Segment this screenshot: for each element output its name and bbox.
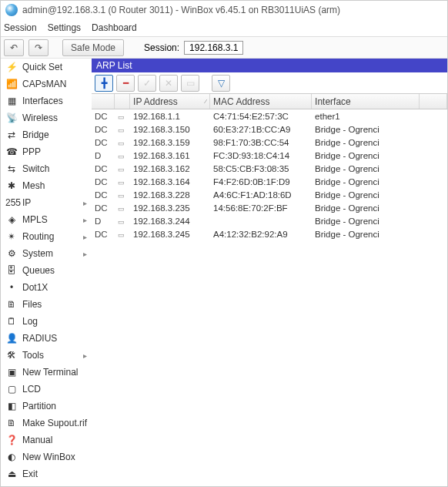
table-row[interactable]: DC192.168.3.23514:56:8E:70:2F:BFBridge -… [92, 201, 447, 214]
entry-icon [118, 190, 125, 200]
remove-button[interactable]: ━ [116, 75, 135, 92]
table-row[interactable]: D192.168.3.161FC:3D:93:18:C4:14Bridge - … [92, 149, 447, 162]
cell-flags: DC [92, 190, 115, 200]
sidebar-item-tools[interactable]: 🛠Tools [1, 347, 92, 364]
funnel-icon: ▽ [218, 78, 225, 89]
sidebar-item-label: Bridge [22, 129, 49, 140]
sidebar-item-routing[interactable]: ✴Routing [1, 228, 92, 245]
table-row[interactable]: DC192.168.3.15998:F1:70:3B:CC:54Bridge -… [92, 136, 447, 149]
cell-ip: 192.168.3.235 [130, 203, 210, 213]
window-titlebar: admin@192.168.3.1 (0 Router 3011) - WinB… [1, 1, 447, 19]
menu-settings[interactable]: Settings [48, 22, 81, 33]
cell-flags: D [92, 217, 115, 226]
cell-ip: 192.168.3.159 [130, 138, 210, 147]
col-interface[interactable]: Interface [312, 94, 420, 109]
sidebar-item-radius[interactable]: 👤RADIUS [1, 330, 92, 347]
sidebar-item-log[interactable]: 🗒Log [1, 313, 92, 330]
app-logo-icon [5, 4, 18, 16]
log-icon: 🗒 [5, 316, 18, 327]
disable-button[interactable]: ✕ [159, 75, 178, 92]
table-row[interactable]: DC192.168.3.15060:E3:27:1B:CC:A9Bridge -… [92, 123, 447, 136]
sidebar-item-switch[interactable]: ⇆Switch [1, 160, 92, 177]
sidebar-item-queues[interactable]: 🗄Queues [1, 262, 92, 279]
cell-flags: D [92, 151, 115, 160]
session-ip-field[interactable]: 192.168.3.1 [184, 41, 243, 55]
interfaces-icon: ▦ [5, 96, 18, 106]
cell-interface: ether1 [312, 112, 420, 121]
wireless-icon: 📡 [5, 113, 18, 123]
lcd-icon: ▢ [5, 384, 18, 395]
exit-icon: ⏏ [5, 469, 18, 479]
cell-flags: DC [92, 203, 115, 213]
bridge-icon: ⇄ [5, 129, 18, 140]
entry-icon [118, 163, 125, 174]
col-ip[interactable]: IP Address∕ [130, 94, 210, 109]
sidebar-item-label: Exit [22, 469, 38, 479]
sidebar-item-partition[interactable]: ◧Partition [1, 398, 92, 415]
cell-mac: F4:F2:6D:0B:1F:D9 [210, 177, 312, 186]
filter-button[interactable]: ▽ [212, 75, 230, 92]
cell-icon [115, 203, 130, 213]
menu-dashboard[interactable]: Dashboard [92, 22, 137, 33]
sidebar-item-mpls[interactable]: ◈MPLS [1, 211, 92, 228]
sidebar-item-wireless[interactable]: 📡Wireless [1, 109, 92, 126]
sidebar-item-label: RADIUS [22, 333, 57, 344]
sidebar-item-interfaces[interactable]: ▦Interfaces [1, 92, 92, 109]
partition-icon: ◧ [5, 401, 18, 411]
table-row[interactable]: DC192.168.3.228A4:6C:F1:AD:18:6DBridge -… [92, 188, 447, 201]
table-row[interactable]: DC192.168.3.245A4:12:32:B2:92:A9Bridge -… [92, 227, 447, 240]
undo-icon: ↶ [10, 42, 18, 53]
menu-session[interactable]: Session [4, 22, 37, 33]
col-icon[interactable] [115, 94, 130, 109]
comment-icon: ▭ [186, 78, 195, 89]
safe-mode-button[interactable]: Safe Mode [62, 39, 124, 56]
table-row[interactable]: DC192.168.3.164F4:F2:6D:0B:1F:D9Bridge -… [92, 175, 447, 188]
sidebar-item-mesh[interactable]: ✱Mesh [1, 177, 92, 194]
comment-button[interactable]: ▭ [181, 75, 199, 92]
sidebar-item-system[interactable]: ⚙System [1, 245, 92, 262]
session-label: Session: [144, 42, 179, 53]
add-button[interactable]: ╋ [95, 75, 113, 92]
col-mac[interactable]: MAC Address [210, 94, 312, 109]
sidebar-item-label: Quick Set [22, 62, 62, 72]
cell-ip: 192.168.3.164 [130, 177, 210, 186]
cell-interface: Bridge - Ogrenci [312, 125, 420, 134]
cell-ip: 192.168.3.245 [130, 230, 210, 239]
sidebar-item-capsman[interactable]: 📶CAPsMAN [1, 76, 92, 92]
sidebar-item-lcd[interactable]: ▢LCD [1, 381, 92, 398]
sidebar-item-new-terminal[interactable]: ▣New Terminal [1, 364, 92, 381]
window-title: admin@192.168.3.1 (0 Router 3011) - WinB… [22, 1, 340, 19]
sidebar-item-label: Make Supout.rif [22, 418, 87, 428]
table-row[interactable]: DC192.168.3.16258:C5:CB:F3:08:35Bridge -… [92, 162, 447, 175]
undo-button[interactable]: ↶ [4, 39, 24, 56]
redo-button[interactable]: ↷ [28, 39, 48, 56]
sidebar-item-dot1x[interactable]: •Dot1X [1, 279, 92, 296]
plus-icon: ╋ [102, 78, 107, 89]
cell-ip: 192.168.3.244 [130, 217, 210, 226]
enable-button[interactable]: ✓ [138, 75, 156, 92]
entry-icon [118, 137, 125, 148]
cell-icon [115, 150, 130, 161]
sidebar-item-label: Manual [22, 435, 52, 445]
sidebar-item-quick-set[interactable]: ⚡Quick Set [1, 59, 92, 76]
session-toolbar: ↶ ↷ Safe Mode Session: 192.168.3.1 [1, 37, 447, 59]
sidebar-item-exit[interactable]: ⏏Exit [1, 465, 92, 482]
table-row[interactable]: D192.168.3.244Bridge - Ogrenci [92, 214, 447, 227]
sidebar-item-make-supout-rif[interactable]: 🗎Make Supout.rif [1, 415, 92, 432]
check-icon: ✓ [143, 78, 151, 89]
table-row[interactable]: DC192.168.1.1C4:71:54:E2:57:3Cether1 [92, 109, 447, 123]
quick-set-icon: ⚡ [5, 62, 18, 72]
col-flags[interactable] [92, 94, 115, 109]
make-supout-rif-icon: 🗎 [5, 418, 18, 428]
new-winbox-icon: ◐ [5, 452, 18, 462]
sidebar-item-new-winbox[interactable]: ◐New WinBox [1, 448, 92, 465]
cell-interface: Bridge - Ogrenci [312, 164, 420, 173]
sidebar-item-manual[interactable]: ❓Manual [1, 432, 92, 448]
sidebar-item-files[interactable]: 🗎Files [1, 296, 92, 313]
sidebar-item-label: MPLS [22, 214, 48, 225]
sidebar-item-label: Log [22, 316, 38, 327]
cell-flags: DC [92, 230, 115, 239]
sidebar-item-bridge[interactable]: ⇄Bridge [1, 126, 92, 143]
sidebar-item-ppp[interactable]: ☎PPP [1, 143, 92, 160]
sidebar-item-ip[interactable]: 255IP [1, 194, 92, 211]
